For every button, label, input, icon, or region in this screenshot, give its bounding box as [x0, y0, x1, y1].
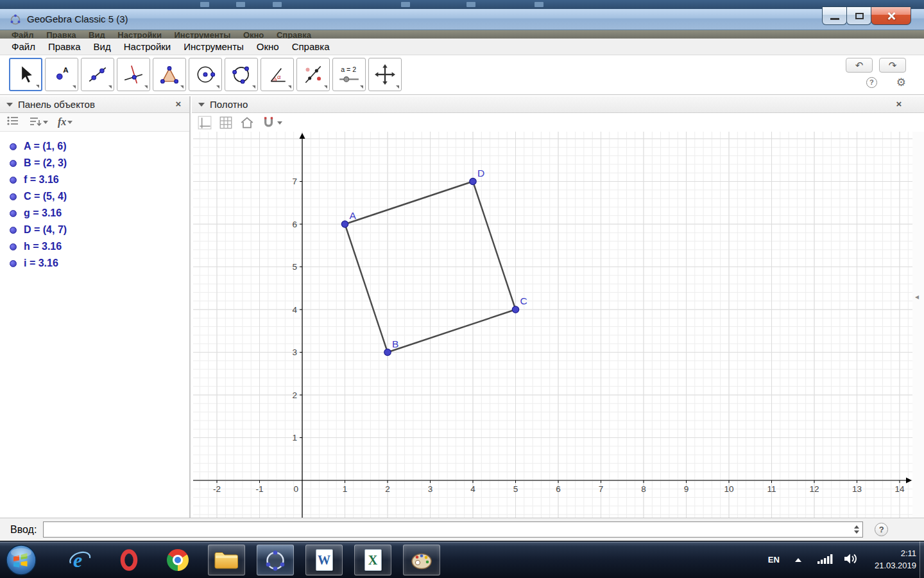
algebra-item-5[interactable]: g = 3.16: [0, 205, 189, 222]
dropdown-icon: [43, 121, 48, 124]
taskbar-paint-button[interactable]: [403, 545, 440, 575]
algebra-close-button[interactable]: ×: [173, 98, 184, 110]
menu-item-1[interactable]: Файл: [5, 39, 42, 55]
point-tool-button[interactable]: A: [45, 58, 78, 91]
move-graphics-icon: [374, 64, 396, 85]
show-desktop-button[interactable]: [920, 541, 924, 578]
volume-icon[interactable]: [844, 553, 859, 567]
taskbar-explorer-folder-button[interactable]: [208, 545, 245, 575]
dropdown-icon: [360, 85, 363, 89]
help-icon[interactable]: ?: [866, 77, 877, 88]
word-icon: W: [316, 549, 333, 571]
move-graphics-tool-button[interactable]: [368, 58, 402, 91]
slider-icon: a = 2: [336, 64, 362, 85]
dropdown-icon: [180, 85, 184, 89]
visibility-dot-icon[interactable]: [10, 177, 17, 184]
visibility-dot-icon[interactable]: [10, 143, 17, 150]
minimize-button[interactable]: [822, 6, 847, 25]
taskbar-excel-button[interactable]: X: [354, 545, 391, 575]
visibility-dot-icon[interactable]: [10, 227, 17, 234]
grid-icon: [218, 115, 234, 130]
graphics-canvas[interactable]: -2-1012345678910111213141234567ABCD: [193, 132, 912, 518]
start-button[interactable]: [5, 544, 37, 576]
reflect-tool-button[interactable]: [296, 58, 330, 91]
svg-text:6: 6: [292, 220, 297, 229]
algebra-item-2[interactable]: B = (2, 3): [0, 155, 189, 171]
svg-text:D: D: [477, 168, 484, 179]
menu-item-3[interactable]: Вид: [87, 39, 117, 55]
sort-objects-button[interactable]: [29, 116, 48, 128]
close-button[interactable]: [871, 6, 911, 25]
redo-button[interactable]: ↷: [879, 58, 906, 73]
menu-item-2[interactable]: Правка: [42, 39, 87, 55]
point-capturing-button[interactable]: [261, 115, 282, 130]
default-view-button[interactable]: [239, 115, 255, 130]
clock-time: 2:11: [875, 548, 916, 559]
plot-svg[interactable]: -2-1012345678910111213141234567ABCD: [193, 132, 912, 518]
title-bar: GeoGebra Classic 5 (3): [0, 9, 924, 30]
paint-icon: [409, 548, 434, 572]
settings-gear-icon[interactable]: ⚙: [896, 77, 906, 88]
grid-toggle-button[interactable]: [218, 115, 234, 130]
aux-objects-icon[interactable]: [6, 114, 19, 130]
axes-toggle-button[interactable]: [197, 115, 212, 130]
ghost-icon: [401, 2, 410, 7]
algebra-item-3[interactable]: f = 3.16: [0, 171, 189, 188]
input-history-spinner[interactable]: [853, 522, 860, 537]
svg-text:2: 2: [292, 390, 297, 400]
polygon-tool-button[interactable]: [153, 58, 186, 91]
algebra-item-7[interactable]: h = 3.16: [0, 238, 189, 255]
axes-icon: [197, 115, 212, 130]
algebra-item-1[interactable]: A = (1, 6): [0, 138, 189, 155]
algebra-item-8[interactable]: i = 3.16: [0, 255, 189, 272]
taskbar-opera-button[interactable]: [110, 545, 148, 575]
maximize-button[interactable]: [846, 6, 871, 25]
visibility-dot-icon[interactable]: [10, 210, 17, 217]
line-tool-button[interactable]: [81, 58, 114, 91]
language-indicator[interactable]: EN: [768, 555, 780, 565]
visibility-dot-icon[interactable]: [10, 243, 17, 250]
conic-tool-button[interactable]: [225, 58, 258, 91]
taskbar-chrome-button[interactable]: [159, 545, 196, 575]
circle-tool-button[interactable]: [189, 58, 222, 91]
visibility-dot-icon[interactable]: [10, 160, 17, 167]
command-input[interactable]: [43, 521, 863, 538]
visibility-dot-icon[interactable]: [10, 260, 17, 267]
taskbar-internet-explorer-button[interactable]: e: [62, 545, 99, 575]
system-tray: EN 2:11 21.03.2019: [768, 541, 916, 578]
perpendicular-line-tool-button[interactable]: [117, 58, 150, 91]
hidden-icons-chevron-icon[interactable]: [795, 558, 801, 562]
svg-text:11: 11: [767, 484, 776, 494]
menu-item-7[interactable]: Справка: [286, 39, 336, 55]
folder-icon: [214, 549, 239, 571]
angle-tool-button[interactable]: α: [261, 58, 294, 91]
network-icon[interactable]: [817, 553, 834, 567]
svg-text:-2: -2: [213, 484, 221, 494]
conic-icon: [230, 64, 252, 85]
algebra-item-label: g = 3.16: [24, 207, 62, 219]
graphics-close-button[interactable]: ×: [893, 98, 905, 110]
collapse-triangle-icon[interactable]: [6, 103, 13, 107]
visibility-dot-icon[interactable]: [10, 193, 17, 200]
taskbar-word-button[interactable]: W: [305, 545, 343, 575]
slider-tool-button[interactable]: a = 2: [332, 58, 366, 91]
svg-text:a = 2: a = 2: [341, 66, 356, 73]
collapse-triangle-icon[interactable]: [198, 103, 205, 107]
svg-text:14: 14: [894, 484, 905, 494]
undo-button[interactable]: ↶: [846, 58, 873, 73]
graphics-panel-title: Полотно: [210, 99, 248, 110]
menu-item-6[interactable]: Окно: [250, 39, 286, 55]
algebra-item-6[interactable]: D = (4, 7): [0, 222, 189, 238]
collapse-panel-arrow-icon[interactable]: ◂: [915, 292, 919, 301]
graphics-panel-header: Полотно ×: [192, 96, 924, 113]
dropdown-icon: [252, 85, 255, 89]
function-inspector-button[interactable]: fx: [51, 116, 73, 128]
input-help-button[interactable]: ?: [875, 523, 888, 536]
clock[interactable]: 2:11 21.03.2019: [869, 548, 916, 571]
algebra-item-4[interactable]: C = (5, 4): [0, 188, 189, 205]
perpendicular-lines-icon: [123, 64, 144, 85]
menu-item-5[interactable]: Инструменты: [177, 39, 250, 55]
menu-item-4[interactable]: Настройки: [117, 39, 178, 55]
move-tool-button[interactable]: [9, 58, 42, 91]
taskbar-geogebra-button[interactable]: [257, 545, 294, 575]
